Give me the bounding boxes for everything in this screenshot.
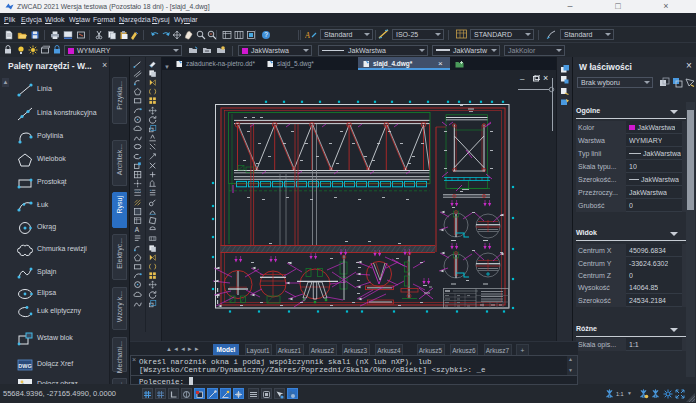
svg-text:DWG: DWG bbox=[18, 363, 31, 369]
svg-text:A: A bbox=[305, 31, 310, 40]
svg-text:?: ? bbox=[264, 31, 268, 38]
svg-text:A: A bbox=[135, 226, 140, 233]
